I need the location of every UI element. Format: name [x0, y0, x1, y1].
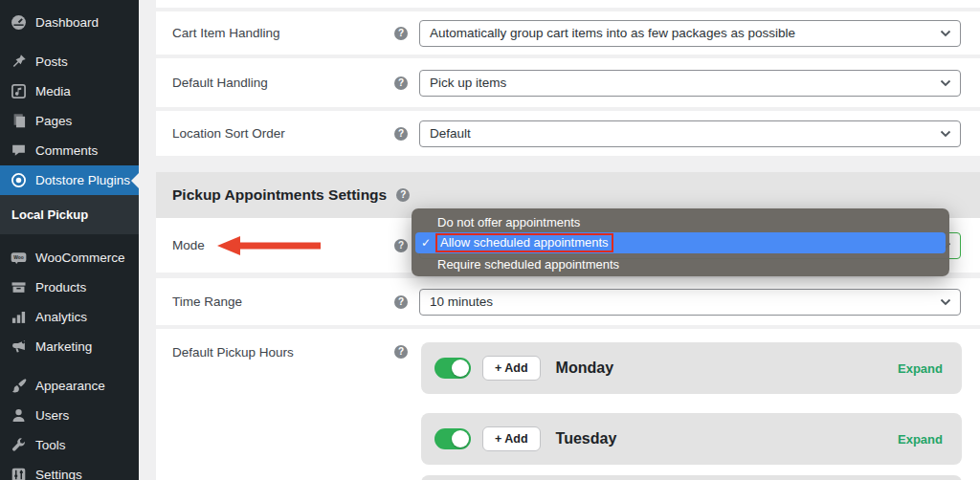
- section-title: Pickup Appointments Settings: [172, 186, 387, 204]
- menu-separator: [0, 361, 139, 371]
- sidebar-item-label: WooCommerce: [35, 251, 125, 265]
- sidebar-item-label: Dotstore Plugins: [35, 173, 130, 187]
- sidebar-item-tools[interactable]: Tools: [0, 430, 139, 460]
- sidebar-item-label: Analytics: [35, 310, 87, 324]
- option-label: Allow scheduled appointments: [440, 235, 609, 250]
- pages-icon: [11, 113, 27, 129]
- option-label: Do not offer appointments: [437, 215, 580, 229]
- sidebar-item-posts[interactable]: Posts: [0, 47, 139, 76]
- checkmark-icon: ✓: [421, 236, 431, 250]
- pin-icon: [11, 54, 27, 70]
- pickup-day-cards: + Add Monday Expand + Add Tuesday Expand: [421, 342, 962, 480]
- pickup-day-card-tuesday: + Add Tuesday Expand: [421, 413, 962, 465]
- menu-separator: [0, 37, 139, 47]
- dotstore-submenu: Local Pickup: [0, 195, 139, 234]
- dropdown-option-do-not-offer[interactable]: Do not offer appointments: [412, 211, 949, 232]
- settings-content-area: Cart Item Handling ? Automatically group…: [139, 0, 980, 480]
- day-name: Monday: [556, 360, 613, 377]
- sidebar-item-comments[interactable]: Comments: [0, 136, 139, 165]
- toggle-knob: [452, 430, 469, 447]
- paintbrush-icon: [11, 378, 27, 394]
- comment-icon: [11, 142, 27, 159]
- sidebar-item-users[interactable]: Users: [0, 401, 139, 430]
- sidebar-item-label: Users: [35, 408, 69, 423]
- option-label: Require scheduled appointments: [437, 257, 619, 272]
- setting-label: Cart Item Handling: [172, 26, 394, 40]
- wrench-icon: [11, 437, 27, 453]
- monday-add-button[interactable]: + Add: [482, 356, 541, 381]
- dashboard-icon: [11, 14, 27, 31]
- tuesday-add-button[interactable]: + Add: [482, 426, 541, 451]
- annotation-arrow: [217, 235, 323, 256]
- sidebar-item-settings[interactable]: Settings: [0, 460, 139, 480]
- setting-row-default-pickup-hours: Default Pickup Hours ? + Add Monday Expa…: [156, 329, 980, 480]
- time-range-select[interactable]: 10 minutes: [419, 289, 961, 316]
- setting-row-cart-item-handling: Cart Item Handling ? Automatically group…: [156, 11, 980, 55]
- user-icon: [11, 407, 27, 424]
- select-value: 10 minutes: [430, 295, 493, 309]
- sidebar-item-label: Dashboard: [35, 15, 99, 30]
- chevron-down-icon: [940, 79, 951, 87]
- setting-label: Location Sort Order: [172, 126, 394, 141]
- location-sort-order-select[interactable]: Default: [419, 120, 961, 147]
- select-value: Automatically group cart items into as f…: [430, 26, 795, 40]
- admin-sidebar: Dashboard Posts Media Pages Comments Dot…: [0, 0, 139, 480]
- setting-label: Time Range: [172, 295, 394, 309]
- sidebar-item-label: Tools: [35, 438, 66, 452]
- tuesday-expand-link[interactable]: Expand: [898, 432, 943, 447]
- sidebar-item-label: Posts: [35, 55, 68, 69]
- partial-row-top: [156, 0, 980, 8]
- setting-label: Default Pickup Hours: [172, 345, 383, 360]
- mode-label-text: Mode: [172, 238, 205, 252]
- help-icon[interactable]: ?: [394, 27, 408, 40]
- toggle-knob: [452, 360, 469, 377]
- select-value: Default: [430, 126, 471, 141]
- cart-item-handling-select[interactable]: Automatically group cart items into as f…: [419, 20, 961, 47]
- sidebar-item-products[interactable]: Products: [0, 273, 139, 302]
- sidebar-item-label: Appearance: [35, 379, 105, 393]
- megaphone-icon: [11, 338, 27, 355]
- help-icon[interactable]: ?: [394, 76, 408, 90]
- sidebar-item-label: Settings: [35, 468, 82, 480]
- settings-icon: [11, 467, 27, 480]
- sidebar-item-label: Media: [35, 84, 71, 98]
- setting-label: Mode: [172, 238, 394, 252]
- monday-toggle[interactable]: [434, 358, 471, 379]
- sidebar-item-label: Marketing: [35, 339, 92, 354]
- monday-expand-link[interactable]: Expand: [898, 361, 943, 376]
- help-icon[interactable]: ?: [394, 127, 408, 141]
- dropdown-option-require-scheduled[interactable]: Require scheduled appointments: [412, 253, 949, 274]
- media-icon: [11, 83, 27, 99]
- dropdown-option-allow-scheduled[interactable]: ✓ Allow scheduled appointments: [415, 232, 946, 253]
- bar-chart-icon: [11, 309, 27, 325]
- sidebar-item-appearance[interactable]: Appearance: [0, 371, 139, 401]
- sidebar-item-dashboard[interactable]: Dashboard: [0, 8, 139, 37]
- default-handling-select[interactable]: Pick up items: [419, 70, 961, 97]
- sidebar-item-media[interactable]: Media: [0, 76, 139, 106]
- setting-row-time-range: Time Range ? 10 minutes: [156, 278, 980, 325]
- help-icon[interactable]: ?: [394, 345, 408, 359]
- setting-row-location-sort-order: Location Sort Order ? Default: [156, 111, 980, 156]
- setting-row-default-handling: Default Handling ? Pick up items: [156, 58, 980, 107]
- sidebar-item-dotstore-plugins[interactable]: Dotstore Plugins: [0, 165, 139, 195]
- help-icon[interactable]: ?: [396, 188, 410, 202]
- bullseye-icon: [11, 172, 27, 188]
- annotation-highlight-box: Allow scheduled appointments: [435, 233, 613, 252]
- sidebar-item-pages[interactable]: Pages: [0, 106, 139, 136]
- sidebar-item-marketing[interactable]: Marketing: [0, 332, 139, 361]
- woocommerce-icon: Woo: [11, 250, 27, 266]
- sidebar-item-label: Products: [35, 280, 86, 295]
- pickup-day-card-partial: [421, 475, 962, 480]
- svg-text:Woo: Woo: [13, 255, 23, 260]
- select-value: Pick up items: [430, 76, 506, 90]
- sidebar-subitem-local-pickup[interactable]: Local Pickup: [0, 203, 139, 227]
- sidebar-item-woocommerce[interactable]: Woo WooCommerce: [0, 243, 139, 273]
- tuesday-toggle[interactable]: [434, 428, 471, 449]
- help-icon[interactable]: ?: [394, 239, 408, 252]
- chevron-down-icon: [940, 30, 951, 37]
- sidebar-item-label: Comments: [35, 143, 98, 158]
- help-icon[interactable]: ?: [394, 295, 408, 309]
- chevron-down-icon: [940, 298, 951, 306]
- sidebar-item-analytics[interactable]: Analytics: [0, 302, 139, 332]
- chevron-down-icon: [940, 130, 951, 138]
